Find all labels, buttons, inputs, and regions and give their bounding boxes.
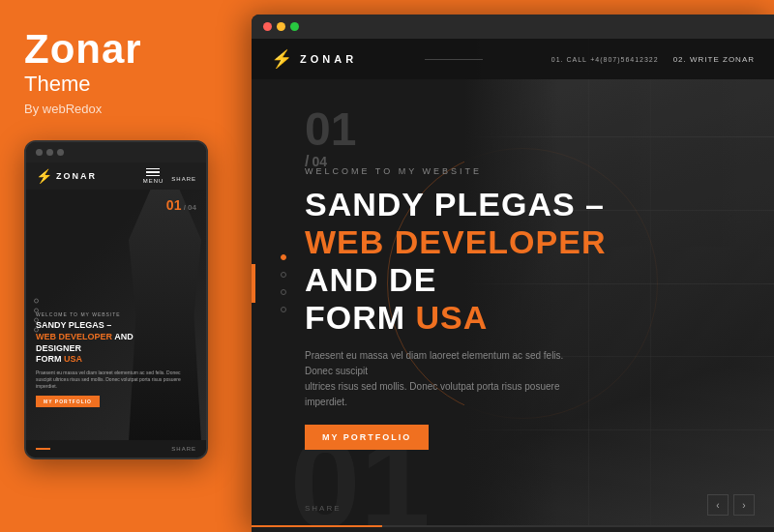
desktop-logo: ⚡ ZONAR xyxy=(271,48,357,70)
desktop-twitter-icon[interactable] xyxy=(281,272,286,278)
desktop-content: ⚡ ZONAR 01. CALL +4(807)56412322 02. WRI… xyxy=(252,39,774,527)
mobile-hamburger-icon xyxy=(146,168,160,177)
mobile-share-label: SHARE xyxy=(171,176,196,182)
desktop-navigation: ⚡ ZONAR 01. CALL +4(807)56412322 02. WRI… xyxy=(252,39,774,79)
mobile-welcome-text: WELCOME TO MY WEBSITE xyxy=(36,311,196,317)
menu-line-1 xyxy=(146,168,160,170)
desktop-contact-write: 02. WRITE ZONAR xyxy=(673,55,755,64)
chrome-maximize-button[interactable] xyxy=(290,22,299,31)
desktop-welcome-text: WELCOME TO MY WEBSITE xyxy=(305,166,726,176)
desktop-contact-call-label: 01. CALL xyxy=(551,56,587,63)
desktop-social-bar xyxy=(281,254,286,312)
mobile-dot-1 xyxy=(36,149,43,156)
mobile-heading-line1: SANDY PLEGAS – xyxy=(36,320,111,330)
mobile-logo-icon: ⚡ xyxy=(36,168,52,184)
desktop-cta-button[interactable]: MY PORTFOLIO xyxy=(305,425,429,450)
mobile-chrome-dots xyxy=(26,142,206,163)
desktop-prev-arrow[interactable]: ‹ xyxy=(707,494,729,516)
desktop-contact-call: 01. CALL +4(807)56412322 xyxy=(551,55,659,64)
mobile-nav-right: MENU SHARE xyxy=(143,167,196,185)
desktop-logo-icon: ⚡ xyxy=(271,48,292,70)
desktop-desc-line1: Praesent eu massa vel diam laoreet eleme… xyxy=(305,350,563,376)
mobile-nav: ⚡ ZONAR MENU SHARE xyxy=(26,163,206,190)
desktop-left-accent xyxy=(252,264,255,303)
mobile-menu-label: MENU xyxy=(143,178,164,184)
desktop-heading-and: AND DE xyxy=(305,261,436,298)
desktop-hero-content: WELCOME TO MY WEBSITE SANDY PLEGAS – WEB… xyxy=(305,166,726,450)
right-panel: ⚡ ZONAR 01. CALL +4(807)56412322 02. WRI… xyxy=(252,15,774,532)
mobile-hero: 01 / 04 WELCOME TO MY WEBSITE SANDY PLEG… xyxy=(26,190,206,441)
mobile-logo-text: ZONAR xyxy=(56,171,97,181)
desktop-youtube-icon[interactable] xyxy=(281,307,286,312)
mobile-mockup: ⚡ ZONAR MENU SHARE xyxy=(24,140,208,459)
desktop-heading-form: FORM xyxy=(305,299,405,336)
app-root: Zonar Theme By webRedox ⚡ ZONAR xyxy=(0,0,774,532)
desktop-progress-bar xyxy=(252,525,774,527)
mobile-counter-current: 01 xyxy=(166,197,182,213)
chrome-minimize-button[interactable] xyxy=(277,22,285,31)
desktop-progress-fill xyxy=(252,525,382,527)
desktop-slide-navigation: ‹ › xyxy=(707,494,755,516)
chevron-right-icon: › xyxy=(742,500,745,511)
mobile-nav-dot xyxy=(36,448,50,450)
desktop-share-label[interactable]: SHARE xyxy=(305,504,342,513)
chrome-close-button[interactable] xyxy=(263,22,272,31)
mobile-hero-content: WELCOME TO MY WEBSITE SANDY PLEGAS – WEB… xyxy=(36,311,196,407)
mobile-cta-button[interactable]: MY PORTFOLIO xyxy=(36,396,100,407)
brand-title: Zonar xyxy=(24,29,142,70)
mobile-counter-total: / 04 xyxy=(184,203,196,212)
mobile-menu-button[interactable]: MENU xyxy=(143,168,164,185)
mobile-share-button[interactable]: SHARE xyxy=(171,167,196,185)
desktop-main-heading: SANDY PLEGAS – WEB DEVELOPER AND DE FORM… xyxy=(305,186,672,337)
menu-line-3 xyxy=(146,175,160,177)
desktop-slide-counter: 01 / 04 xyxy=(305,106,356,170)
desktop-chrome-bar xyxy=(252,15,774,39)
mobile-slide-counter: 01 / 04 xyxy=(166,197,196,213)
desktop-logo-text: ZONAR xyxy=(300,53,357,65)
brand-by: By webRedox xyxy=(24,102,102,116)
desktop-heading-orange: WEB DEVELOPER xyxy=(305,223,606,260)
mobile-bottom-bar: SHARE xyxy=(26,440,206,458)
mobile-heading-designer: DESIGNER xyxy=(36,343,81,353)
mobile-heading-and: AND xyxy=(114,332,134,341)
desktop-nav-divider xyxy=(425,59,483,60)
mobile-heading-usa: USA xyxy=(64,354,82,364)
desktop-nav-contacts: 01. CALL +4(807)56412322 02. WRITE ZONAR xyxy=(551,55,755,64)
mobile-heading: SANDY PLEGAS – WEB DEVELOPER AND DESIGNE… xyxy=(36,320,196,366)
left-panel: Zonar Theme By webRedox ⚡ ZONAR xyxy=(0,0,252,532)
desktop-heading-usa: USA xyxy=(416,299,489,336)
chevron-left-icon: ‹ xyxy=(716,500,719,511)
desktop-next-arrow[interactable]: › xyxy=(733,494,755,516)
mobile-facebook-icon[interactable] xyxy=(34,299,39,304)
mobile-heading-orange: WEB DEVELOPER xyxy=(36,332,112,341)
mobile-bottom-share[interactable]: SHARE xyxy=(171,446,196,452)
desktop-heading-line1: SANDY PLEGAS – xyxy=(305,186,605,222)
mobile-description: Praesent eu massa vel diam laoreet eleme… xyxy=(36,369,196,390)
desktop-counter-current: 01 xyxy=(305,106,356,153)
desktop-desc-line2: ultrices risus sed mollis. Donec volutpa… xyxy=(305,381,559,407)
menu-line-2 xyxy=(146,171,160,173)
mobile-dot-3 xyxy=(57,149,64,156)
brand-subtitle: Theme xyxy=(24,72,90,97)
desktop-description: Praesent eu massa vel diam laoreet eleme… xyxy=(305,348,576,410)
desktop-contact-call-number: +4(807)56412322 xyxy=(590,56,658,63)
mobile-dot-2 xyxy=(46,149,53,156)
desktop-facebook-icon[interactable] xyxy=(281,254,286,260)
mobile-heading-form: FORM xyxy=(36,354,62,364)
desktop-pinterest-icon[interactable] xyxy=(281,289,286,295)
